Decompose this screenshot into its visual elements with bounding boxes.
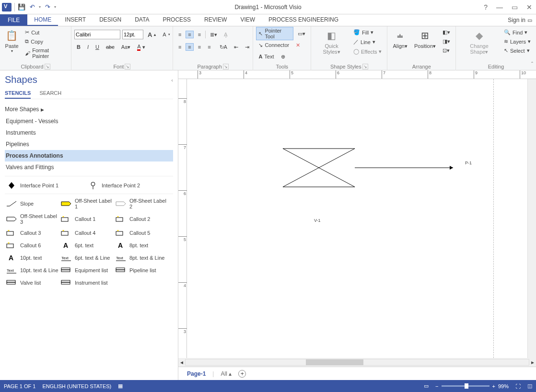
tab-file[interactable]: FILE bbox=[0, 14, 27, 26]
collapse-ribbon-button[interactable]: ˆ bbox=[531, 61, 533, 68]
x-tool-button[interactable]: ✕ bbox=[293, 41, 303, 49]
switch-windows-icon[interactable]: ◫ bbox=[527, 383, 532, 389]
underline-button[interactable]: U bbox=[93, 43, 102, 51]
pointer-tool-button[interactable]: ↖Pointer Tool bbox=[256, 27, 293, 40]
shape-master[interactable]: A6pt. text bbox=[59, 239, 114, 252]
all-pages-button[interactable]: All ▴ bbox=[221, 370, 232, 377]
page-1-tab[interactable]: Page-1 bbox=[187, 370, 206, 377]
effects-button[interactable]: ◯Effects▾ bbox=[351, 47, 384, 56]
stencil-process-annotations[interactable]: Process Annotations bbox=[5, 150, 173, 161]
shrink-font-button[interactable]: A▾ bbox=[160, 31, 172, 38]
line-button[interactable]: ／Line▾ bbox=[351, 37, 384, 46]
stencil-instruments[interactable]: Instruments bbox=[5, 127, 173, 138]
add-page-button[interactable]: + bbox=[238, 370, 246, 378]
save-icon[interactable]: 💾 bbox=[18, 3, 25, 11]
shape-master[interactable]: Off-Sheet Label 1 bbox=[59, 196, 114, 211]
horizontal-scrollbar[interactable]: ◂ ▸ bbox=[178, 358, 536, 367]
strikethrough-button[interactable]: abc bbox=[104, 43, 117, 51]
text-tool-button[interactable]: A Text bbox=[256, 53, 276, 60]
tab-home[interactable]: HOME bbox=[27, 14, 58, 26]
shape-master[interactable]: Callout 2 bbox=[114, 211, 169, 227]
paragraph-dialog-launcher[interactable]: ↘ bbox=[223, 64, 229, 69]
shape-master[interactable]: Instrument list bbox=[59, 277, 114, 289]
align-middle-button[interactable]: ≡ bbox=[186, 31, 193, 38]
shape-master[interactable]: A8pt. text bbox=[114, 239, 169, 252]
minimize-button[interactable]: — bbox=[494, 2, 505, 12]
fill-button[interactable]: 🪣Fill▾ bbox=[351, 28, 384, 36]
stencil-valves-fittings[interactable]: Valves and Fittings bbox=[5, 161, 173, 173]
scroll-thumb[interactable] bbox=[306, 359, 363, 365]
vertical-scrollbar[interactable] bbox=[527, 79, 536, 358]
presentation-mode-icon[interactable]: ▭ bbox=[424, 383, 429, 389]
select-button[interactable]: ↖Select▾ bbox=[501, 46, 533, 55]
align-center-button[interactable]: ≡ bbox=[186, 43, 193, 51]
shape-master[interactable]: Pipeline list bbox=[114, 264, 169, 277]
shape-master[interactable]: Valve list bbox=[5, 277, 59, 289]
connector-tool-button[interactable]: ↘Connector bbox=[256, 41, 291, 49]
tab-review[interactable]: REVIEW bbox=[198, 14, 233, 26]
clear-format-button[interactable]: A͓ bbox=[221, 31, 230, 39]
drawing-canvas[interactable]: V-1 P-1 bbox=[187, 79, 527, 358]
bullets-button[interactable]: ≣▾ bbox=[208, 31, 220, 39]
grow-font-button[interactable]: A▴ bbox=[145, 30, 158, 39]
valve-shape[interactable] bbox=[283, 149, 355, 187]
align-right-button[interactable]: ≡ bbox=[196, 43, 203, 51]
tab-design[interactable]: DESIGN bbox=[93, 14, 128, 26]
collapse-shapes-button[interactable]: ‹ bbox=[171, 77, 173, 83]
scroll-right-button[interactable]: ▸ bbox=[529, 359, 536, 366]
align-left-button[interactable]: ≡ bbox=[176, 43, 184, 51]
status-language[interactable]: ENGLISH (UNITED STATES) bbox=[42, 383, 111, 389]
shape-master[interactable]: Callout 3 bbox=[5, 227, 59, 239]
tab-insert[interactable]: INSERT bbox=[58, 14, 93, 26]
cut-button[interactable]: ✂Cut bbox=[23, 28, 68, 36]
close-button[interactable]: ✕ bbox=[524, 2, 534, 12]
format-painter-button[interactable]: 🖌Format Painter bbox=[23, 46, 68, 60]
copy-button[interactable]: ⧉Copy bbox=[23, 37, 68, 46]
rectangle-tool-button[interactable]: ▭▾ bbox=[295, 30, 308, 38]
shape-master[interactable]: Text10pt. text & Line bbox=[5, 264, 59, 277]
shape-master[interactable]: Interface Point 1 bbox=[5, 179, 86, 192]
undo-icon[interactable]: ↶ bbox=[28, 3, 36, 11]
shape-master[interactable]: Off-Sheet Label 2 bbox=[114, 196, 169, 211]
tab-process[interactable]: PROCESS bbox=[156, 14, 198, 26]
bold-button[interactable]: B bbox=[74, 43, 83, 51]
fit-page-icon[interactable]: ⛶ bbox=[515, 383, 521, 389]
zoom-slider[interactable] bbox=[442, 385, 489, 387]
clipboard-dialog-launcher[interactable]: ↘ bbox=[45, 64, 50, 69]
rotate-text-button[interactable]: ↻A bbox=[217, 43, 230, 51]
position-button[interactable]: ⊞Position▾ bbox=[412, 27, 438, 64]
pipe-line[interactable] bbox=[355, 166, 453, 170]
stencils-tab[interactable]: STENCILS bbox=[5, 88, 31, 99]
tab-view[interactable]: VIEW bbox=[233, 14, 262, 26]
zoom-in-button[interactable]: + bbox=[492, 383, 495, 389]
shape-master[interactable]: Text6pt. text & Line bbox=[59, 252, 114, 264]
help-icon[interactable]: ? bbox=[482, 2, 489, 12]
shape-master[interactable]: Callout 5 bbox=[114, 227, 169, 239]
connection-point-button[interactable]: ⊕ bbox=[279, 53, 288, 61]
scroll-left-button[interactable]: ◂ bbox=[178, 359, 185, 366]
shape-master[interactable]: A10pt. text bbox=[5, 252, 59, 264]
shape-master[interactable]: Equipment list bbox=[59, 264, 114, 277]
paste-button[interactable]: 📋 Paste ▾ bbox=[3, 27, 21, 64]
shape-master[interactable]: Interface Point 2 bbox=[86, 179, 168, 192]
font-name-input[interactable] bbox=[74, 30, 120, 39]
italic-button[interactable]: I bbox=[85, 43, 91, 51]
search-tab[interactable]: SEARCH bbox=[39, 88, 61, 99]
shape-master[interactable]: Off-Sheet Label 3 bbox=[5, 211, 59, 227]
send-back-button[interactable]: ◨▾ bbox=[440, 37, 453, 46]
align-top-button[interactable]: ≡ bbox=[176, 31, 184, 38]
quick-styles-button[interactable]: ◧ Quick Styles▾ bbox=[314, 27, 349, 64]
shape-styles-dialog-launcher[interactable]: ↘ bbox=[362, 64, 368, 69]
font-dialog-launcher[interactable]: ↘ bbox=[125, 64, 130, 69]
redo-icon[interactable]: ↷ bbox=[44, 3, 51, 11]
change-case-button[interactable]: Aa▾ bbox=[119, 43, 133, 51]
shape-master[interactable]: Callout 6 bbox=[5, 239, 59, 252]
font-color-button[interactable]: A▾ bbox=[135, 43, 148, 52]
shape-master[interactable]: Text8pt. text & Line bbox=[114, 252, 169, 264]
font-size-input[interactable] bbox=[122, 30, 143, 39]
layers-button[interactable]: ≋Layers▾ bbox=[501, 37, 533, 46]
align-button[interactable]: ⫨Align▾ bbox=[390, 27, 409, 64]
zoom-out-button[interactable]: − bbox=[435, 383, 438, 389]
shape-master[interactable]: Callout 4 bbox=[59, 227, 114, 239]
change-shape-button[interactable]: ◆Change Shape▾ bbox=[459, 27, 500, 64]
